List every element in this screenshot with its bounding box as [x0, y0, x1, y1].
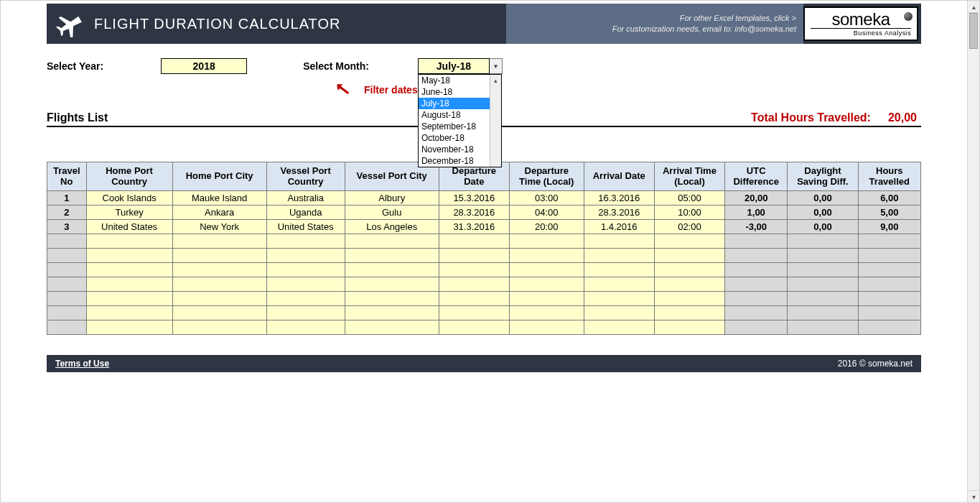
empty-input-cell[interactable] [345, 234, 439, 249]
empty-input-cell[interactable] [509, 234, 584, 249]
empty-input-cell[interactable] [266, 306, 345, 320]
arrival-time-cell[interactable]: 10:00 [654, 206, 724, 220]
empty-input-cell[interactable] [266, 292, 345, 306]
month-option[interactable]: November-18 [419, 144, 490, 155]
arrival-time-cell[interactable]: 02:00 [654, 220, 724, 234]
month-dropdown-list[interactable]: ▴ May-18June-18July-18August-18September… [418, 74, 502, 167]
empty-input-cell[interactable] [509, 263, 584, 277]
empty-input-cell[interactable] [86, 249, 172, 263]
empty-input-cell[interactable] [345, 263, 439, 277]
dropdown-scroll-up-icon[interactable]: ▴ [490, 75, 501, 86]
empty-input-cell[interactable] [584, 234, 654, 249]
empty-input-cell[interactable] [654, 320, 724, 335]
scroll-down-icon[interactable]: ▾ [968, 490, 979, 502]
empty-input-cell[interactable] [584, 306, 654, 320]
departure-date-cell[interactable]: 31.3.2016 [439, 220, 509, 234]
arrival-date-cell[interactable]: 28.3.2016 [584, 206, 654, 220]
month-input[interactable]: July-18 [418, 58, 490, 74]
month-option[interactable]: July-18 [419, 98, 490, 109]
empty-input-cell[interactable] [439, 234, 509, 249]
scroll-thumb[interactable] [969, 13, 978, 49]
someka-logo[interactable]: someka Business Analysis [803, 6, 918, 41]
empty-input-cell[interactable] [584, 263, 654, 277]
empty-input-cell[interactable] [654, 263, 724, 277]
empty-input-cell[interactable] [345, 277, 439, 292]
empty-input-cell[interactable] [439, 320, 509, 335]
departure-time-cell[interactable]: 04:00 [509, 206, 584, 220]
empty-input-cell[interactable] [172, 249, 266, 263]
empty-input-cell[interactable] [654, 306, 724, 320]
outer-scrollbar[interactable]: ▴ ▾ [967, 1, 979, 502]
empty-input-cell[interactable] [439, 292, 509, 306]
month-option[interactable]: December-18 [419, 155, 490, 167]
month-option[interactable]: May-18 [419, 75, 490, 86]
empty-input-cell[interactable] [654, 234, 724, 249]
empty-input-cell[interactable] [654, 249, 724, 263]
empty-input-cell[interactable] [172, 306, 266, 320]
empty-input-cell[interactable] [345, 292, 439, 306]
empty-input-cell[interactable] [86, 234, 172, 249]
year-input[interactable]: 2018 [161, 58, 247, 74]
vessel-port-country-cell[interactable]: Australia [266, 191, 345, 206]
empty-input-cell[interactable] [509, 292, 584, 306]
empty-input-cell[interactable] [266, 263, 345, 277]
arrival-date-cell[interactable]: 16.3.2016 [584, 191, 654, 206]
vessel-port-country-cell[interactable]: United States [266, 220, 345, 234]
empty-input-cell[interactable] [172, 292, 266, 306]
dropdown-scrollbar[interactable]: ▴ [490, 75, 501, 167]
empty-input-cell[interactable] [345, 249, 439, 263]
empty-input-cell[interactable] [509, 306, 584, 320]
empty-input-cell[interactable] [345, 306, 439, 320]
banner-info-line1[interactable]: For other Excel templates, click > [680, 13, 796, 24]
empty-input-cell[interactable] [266, 234, 345, 249]
empty-input-cell[interactable] [654, 277, 724, 292]
departure-date-cell[interactable]: 15.3.2016 [439, 191, 509, 206]
empty-input-cell[interactable] [439, 277, 509, 292]
arrival-time-cell[interactable]: 05:00 [654, 191, 724, 206]
empty-input-cell[interactable] [86, 292, 172, 306]
empty-input-cell[interactable] [172, 320, 266, 335]
vessel-port-country-cell[interactable]: Uganda [266, 206, 345, 220]
empty-input-cell[interactable] [86, 320, 172, 335]
empty-input-cell[interactable] [172, 263, 266, 277]
arrival-date-cell[interactable]: 1.4.2016 [584, 220, 654, 234]
empty-input-cell[interactable] [86, 306, 172, 320]
empty-input-cell[interactable] [86, 263, 172, 277]
empty-input-cell[interactable] [345, 320, 439, 335]
home-port-city-cell[interactable]: New York [172, 220, 266, 234]
home-port-country-cell[interactable]: Turkey [86, 206, 172, 220]
empty-input-cell[interactable] [509, 249, 584, 263]
departure-time-cell[interactable]: 03:00 [509, 191, 584, 206]
empty-input-cell[interactable] [172, 234, 266, 249]
home-port-city-cell[interactable]: Ankara [172, 206, 266, 220]
home-port-city-cell[interactable]: Mauke Island [172, 191, 266, 206]
empty-input-cell[interactable] [439, 306, 509, 320]
empty-input-cell[interactable] [266, 320, 345, 335]
vessel-port-city-cell[interactable]: Gulu [345, 206, 439, 220]
empty-input-cell[interactable] [266, 277, 345, 292]
empty-input-cell[interactable] [172, 277, 266, 292]
vessel-port-city-cell[interactable]: Albury [345, 191, 439, 206]
empty-input-cell[interactable] [509, 320, 584, 335]
empty-input-cell[interactable] [266, 249, 345, 263]
scroll-up-icon[interactable]: ▴ [968, 1, 979, 13]
empty-input-cell[interactable] [439, 249, 509, 263]
empty-input-cell[interactable] [584, 249, 654, 263]
empty-input-cell[interactable] [584, 292, 654, 306]
vessel-port-city-cell[interactable]: Los Angeles [345, 220, 439, 234]
home-port-country-cell[interactable]: Cook Islands [86, 191, 172, 206]
empty-input-cell[interactable] [439, 263, 509, 277]
home-port-country-cell[interactable]: United States [86, 220, 172, 234]
departure-time-cell[interactable]: 20:00 [509, 220, 584, 234]
month-option[interactable]: June-18 [419, 86, 490, 98]
month-dropdown-button[interactable]: ▼ [490, 58, 503, 74]
empty-input-cell[interactable] [584, 277, 654, 292]
month-option[interactable]: October-18 [419, 132, 490, 144]
empty-input-cell[interactable] [86, 277, 172, 292]
empty-input-cell[interactable] [509, 277, 584, 292]
empty-input-cell[interactable] [654, 292, 724, 306]
scroll-track[interactable] [968, 13, 979, 490]
departure-date-cell[interactable]: 28.3.2016 [439, 206, 509, 220]
month-option[interactable]: August-18 [419, 109, 490, 121]
terms-of-use-link[interactable]: Terms of Use [55, 359, 109, 369]
